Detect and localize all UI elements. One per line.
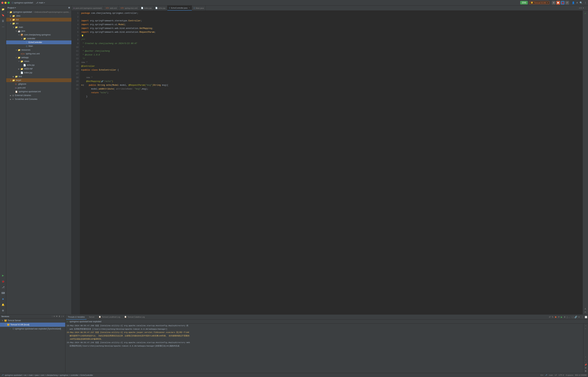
sort-icon[interactable]: ↕ — [61, 315, 62, 318]
panel-expand-icon[interactable]: ⬜ — [585, 316, 587, 318]
tree-item-pom-xml[interactable]: m pom.xml — [6, 86, 71, 90]
project-icon[interactable]: 📁 — [1, 7, 6, 12]
up-arrow-icon[interactable]: ↑ — [571, 316, 572, 318]
service-item-tomcat-local[interactable]: ▾ 🐱 Tomcat 9.0.86 [local] — [0, 323, 65, 327]
line-endings[interactable]: LF — [555, 374, 557, 376]
indent[interactable]: 4 spaces — [566, 374, 573, 376]
filter-icon[interactable]: ⬇ — [59, 315, 60, 318]
tab-echo-jsp[interactable]: 📄 echo.jsp — [153, 6, 167, 11]
play-icon[interactable]: ▶ — [561, 316, 563, 318]
close-icon[interactable]: ✕ — [53, 315, 55, 318]
gear-icon[interactable]: ⚙ — [68, 7, 70, 9]
tree-item-echo-jsp[interactable]: 📄 echo.jsp — [6, 63, 71, 67]
debugger-icon[interactable]: 🐞 — [1, 279, 6, 284]
tab-echocontroller-java[interactable]: C EchoController.java ✕ — [167, 6, 192, 11]
tree-item-index-jsp[interactable]: 📄 index.jsp — [6, 71, 71, 74]
chevron-down-icon[interactable]: ▾ — [583, 7, 584, 9]
tree-item-webapp[interactable]: ▾ 📁 webapp — [6, 56, 71, 59]
reload-icon[interactable]: ⟳ — [558, 316, 560, 318]
more-icon[interactable]: ⋯ — [1, 24, 6, 29]
project-selector[interactable]: ⬡ springmvc-quickstart — [12, 1, 33, 4]
account-icon[interactable]: 👤 — [572, 1, 575, 4]
tab-main-java[interactable]: C Main.java — [192, 6, 206, 11]
service-item-artifact[interactable]: ✓ ⬡ springmvc-quickstart:war exploded [S… — [0, 327, 65, 331]
stop-icon[interactable]: ⏹ — [555, 316, 557, 318]
translate-icon[interactable]: A — [576, 1, 578, 4]
debug-button[interactable]: 🐞 — [561, 1, 564, 5]
memory-usage[interactable]: 850 of 2500M — [575, 374, 587, 376]
add-icon[interactable]: + — [63, 315, 64, 318]
maximize-button[interactable] — [8, 2, 10, 4]
refresh-icon[interactable]: ↺ — [549, 316, 551, 318]
log-tab-server[interactable]: Server — [87, 315, 96, 319]
settings2-icon[interactable]: ⚙ — [585, 367, 587, 369]
run-icon[interactable]: ▶ — [1, 273, 6, 278]
tree-item-out[interactable]: ▶ 📁 out — [6, 18, 71, 22]
tab-web-xml[interactable]: ≺/≻ web.xml — [104, 6, 118, 11]
close-button[interactable] — [1, 2, 3, 4]
suspend-button[interactable]: ⏸ — [552, 1, 556, 5]
start-button[interactable]: 启动 — [520, 1, 528, 4]
tree-item-webinf[interactable]: ▶ 📁 WEB-INF — [6, 67, 71, 71]
vcs-branch-icon[interactable]: ⎇ — [1, 374, 4, 376]
structure-icon[interactable]: ☰ — [1, 19, 6, 24]
preferences-icon[interactable]: ⚙ — [1, 308, 6, 313]
tree-item-external-libs[interactable]: ▶ ⊞ External Libraries — [6, 94, 71, 97]
log-tab-threads[interactable]: Threads & Variables — [66, 315, 87, 319]
tree-item-controller[interactable]: ▾ 📁 controller — [6, 37, 71, 40]
code-content[interactable]: package com.chenjiacheng.springmvc.contr… — [80, 11, 582, 314]
tomcat-selector[interactable]: 🐱 Tomcat 9.0.86 ▾ — [529, 1, 549, 4]
git-icon[interactable]: ⎇ — [1, 285, 6, 290]
delete-icon[interactable]: 🗑 — [585, 370, 587, 372]
stop-button[interactable]: ⏹ — [556, 1, 560, 5]
tab-index-jsp[interactable]: 📄 index.jsp — [139, 6, 153, 11]
down-arrow-icon[interactable]: ↓ — [569, 316, 570, 318]
up-icon[interactable]: ↑ — [52, 315, 53, 318]
reload-button[interactable]: ↺ — [565, 1, 569, 5]
search-icon[interactable]: 🔍 — [580, 1, 582, 4]
tree-item-idea[interactable]: ▶ 📁 .idea — [6, 14, 71, 18]
encoding[interactable]: UTF-8 — [559, 374, 564, 376]
eye-icon[interactable]: 👁 — [56, 315, 58, 318]
pause2-icon[interactable]: ⏸ — [564, 316, 566, 318]
tree-item-gitignore[interactable]: ⊙ .gitignore — [6, 82, 71, 86]
tree-item-java[interactable]: ▾ ☕ java — [6, 29, 71, 33]
tree-item-package[interactable]: ▾ 📦 com.chenjiacheng.springmvc — [6, 33, 71, 37]
tree-root[interactable]: ▾ 📁 springmvc-quickstart ~/Jetbrains/Ide… — [6, 10, 71, 14]
tree-item-main-class[interactable]: C Main — [6, 44, 71, 48]
tab-close-icon[interactable]: ✕ — [189, 7, 190, 9]
terminal-icon[interactable]: ⌨ — [1, 291, 6, 295]
tree-item-src[interactable]: ▾ 📁 src — [6, 22, 71, 25]
edit-icon[interactable]: ✏ — [578, 316, 580, 318]
tree-item-iml[interactable]: 📋 springmvc-quickstart.iml — [6, 90, 71, 94]
branch-selector[interactable]: ⎇ main ▾ — [36, 1, 45, 4]
notifications-icon[interactable]: 🔔 — [1, 302, 6, 307]
tree-item-views[interactable]: ▾ 📁 views — [6, 59, 71, 63]
tree-item-resources[interactable]: ▾ 📁 resources — [6, 48, 71, 52]
minimize-button[interactable] — [4, 2, 7, 4]
tree-item-spring-mvc-xml[interactable]: ≺/≻ spring-mvc.xml — [6, 52, 71, 56]
tab-spring-mvc-xml[interactable]: ≺/≻ spring-mvc.xml — [118, 6, 139, 11]
settings-icon[interactable]: ⋮ — [584, 1, 587, 4]
scroll-down-icon[interactable]: ↓ — [585, 359, 586, 361]
log-tab-catalina[interactable]: 📋 Tomcat Catalina Log — [123, 315, 146, 319]
tree-item-echocontroller[interactable]: C EchoController — [6, 40, 71, 44]
tree-item-test[interactable]: ▶ 📁 test — [6, 74, 71, 78]
expand-icon[interactable]: → — [585, 324, 587, 327]
more-tabs-icon[interactable]: ⋮ — [585, 7, 587, 9]
more-icon[interactable]: ⋮ — [581, 316, 583, 318]
tab-pom-xml[interactable]: m pom.xml (springmvc-quickstart) — [72, 6, 104, 11]
tree-item-scratches[interactable]: ▶ ✏ Scratches and Consoles — [6, 97, 71, 101]
pin-icon[interactable]: 📌 — [584, 364, 587, 366]
collapse-icon[interactable]: ← — [585, 327, 587, 330]
service-item-group[interactable]: ▾ 🐱 Tomcat Server — [0, 318, 65, 323]
refresh2-icon[interactable]: ↻ — [552, 316, 553, 318]
tree-item-main[interactable]: ▾ 📁 main — [6, 25, 71, 29]
log-tab-localhost[interactable]: 📋 Tomcat Localhost Log — [97, 315, 122, 319]
bookmark-icon[interactable]: 🔖 — [1, 13, 6, 18]
tree-item-target[interactable]: ▾ 📁 target — [6, 78, 71, 82]
scroll-up-icon[interactable]: ↑ — [585, 356, 586, 358]
services-icon[interactable]: ◈ — [1, 296, 6, 301]
cursor-position[interactable]: 8:4 — [541, 374, 543, 376]
link-icon[interactable]: 🔗 — [574, 316, 577, 318]
